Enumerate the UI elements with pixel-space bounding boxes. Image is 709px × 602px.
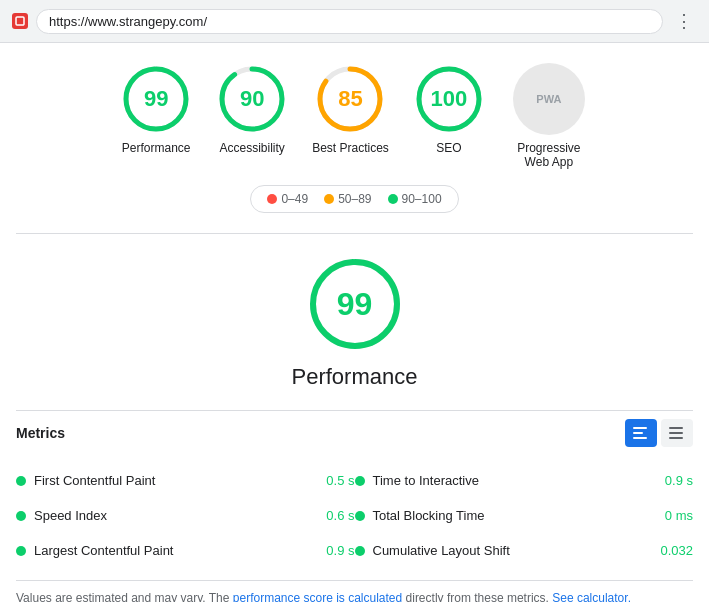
metric-row-si: Speed Index 0.6 s xyxy=(16,502,355,529)
footer-note: Values are estimated and may vary. The p… xyxy=(16,580,693,602)
score-label-pwa: Progressive Web App xyxy=(509,141,589,169)
metrics-title: Metrics xyxy=(16,425,65,441)
score-item-accessibility: 90 Accessibility xyxy=(216,63,288,155)
metric-name-fcp: First Contentful Paint xyxy=(34,473,299,488)
score-value-seo: 100 xyxy=(430,86,467,112)
score-item-seo: 100 SEO xyxy=(413,63,485,155)
score-circle-best-practices: 85 xyxy=(314,63,386,135)
footer-text-before: Values are estimated and may vary. The xyxy=(16,591,233,602)
score-label-accessibility: Accessibility xyxy=(219,141,284,155)
metric-dot-cls xyxy=(355,546,365,556)
browser-favicon xyxy=(12,13,28,29)
pwa-icon-text: PWA xyxy=(536,93,561,105)
legend-orange: 50–89 xyxy=(324,192,371,206)
legend: 0–49 50–89 90–100 xyxy=(16,185,693,213)
score-circle-accessibility: 90 xyxy=(216,63,288,135)
legend-dot-green xyxy=(388,194,398,204)
score-item-performance: 99 Performance xyxy=(120,63,192,155)
toggle-grid-view-button[interactable] xyxy=(661,419,693,447)
metric-row-lcp: Largest Contentful Paint 0.9 s xyxy=(16,537,355,564)
scores-row: 99 Performance 90 Accessibility xyxy=(16,63,693,169)
pwa-circle: PWA xyxy=(513,63,585,135)
metric-name-tti: Time to Interactive xyxy=(373,473,638,488)
big-score-value: 99 xyxy=(337,286,373,323)
metric-name-cls: Cumulative Layout Shift xyxy=(373,543,638,558)
main-content: 99 Performance 90 Accessibility xyxy=(0,43,709,602)
score-label-performance: Performance xyxy=(122,141,191,155)
metrics-header: Metrics xyxy=(16,410,693,455)
score-value-accessibility: 90 xyxy=(240,86,264,112)
score-value-performance: 99 xyxy=(144,86,168,112)
metric-value-cls: 0.032 xyxy=(653,543,693,558)
score-circle-seo: 100 xyxy=(413,63,485,135)
score-item-best-practices: 85 Best Practices xyxy=(312,63,389,155)
url-bar[interactable]: https://www.strangepy.com/ xyxy=(36,9,663,34)
legend-label-red: 0–49 xyxy=(281,192,308,206)
browser-bar: https://www.strangepy.com/ ⋮ xyxy=(0,0,709,43)
metric-name-lcp: Largest Contentful Paint xyxy=(34,543,299,558)
score-label-seo: SEO xyxy=(436,141,461,155)
metric-row-cls: Cumulative Layout Shift 0.032 xyxy=(355,537,694,564)
metric-value-si: 0.6 s xyxy=(315,508,355,523)
metric-row-fcp: First Contentful Paint 0.5 s xyxy=(16,467,355,494)
legend-green: 90–100 xyxy=(388,192,442,206)
metrics-grid: First Contentful Paint 0.5 s Time to Int… xyxy=(16,467,693,564)
metric-name-tbt: Total Blocking Time xyxy=(373,508,638,523)
list-view-icon xyxy=(633,427,649,439)
toggle-list-view-button[interactable] xyxy=(625,419,657,447)
divider xyxy=(16,233,693,234)
metric-value-fcp: 0.5 s xyxy=(315,473,355,488)
metrics-toggle xyxy=(625,419,693,447)
legend-inner: 0–49 50–89 90–100 xyxy=(250,185,458,213)
footer-text-middle: directly from these metrics. xyxy=(402,591,552,602)
metric-value-lcp: 0.9 s xyxy=(315,543,355,558)
footer-link-see-calculator[interactable]: See calculator. xyxy=(552,591,631,602)
legend-label-orange: 50–89 xyxy=(338,192,371,206)
metric-dot-fcp xyxy=(16,476,26,486)
footer-link-calculator[interactable]: performance score is calculated xyxy=(233,591,402,602)
metric-dot-tbt xyxy=(355,511,365,521)
metric-dot-si xyxy=(16,511,26,521)
big-score-circle: 99 xyxy=(305,254,405,354)
score-item-pwa: PWA Progressive Web App xyxy=(509,63,589,169)
big-score-label: Performance xyxy=(292,364,418,390)
metric-row-tbt: Total Blocking Time 0 ms xyxy=(355,502,694,529)
legend-label-green: 90–100 xyxy=(402,192,442,206)
browser-menu-icon[interactable]: ⋮ xyxy=(671,8,697,34)
metric-dot-lcp xyxy=(16,546,26,556)
score-circle-performance: 99 xyxy=(120,63,192,135)
legend-red: 0–49 xyxy=(267,192,308,206)
metric-name-si: Speed Index xyxy=(34,508,299,523)
svg-rect-0 xyxy=(16,17,24,25)
metric-value-tti: 0.9 s xyxy=(653,473,693,488)
legend-dot-orange xyxy=(324,194,334,204)
metric-row-tti: Time to Interactive 0.9 s xyxy=(355,467,694,494)
score-value-best-practices: 85 xyxy=(338,86,362,112)
legend-dot-red xyxy=(267,194,277,204)
grid-view-icon xyxy=(669,427,685,439)
big-score-section: 99 Performance xyxy=(16,254,693,390)
metric-dot-tti xyxy=(355,476,365,486)
metric-value-tbt: 0 ms xyxy=(653,508,693,523)
score-label-best-practices: Best Practices xyxy=(312,141,389,155)
